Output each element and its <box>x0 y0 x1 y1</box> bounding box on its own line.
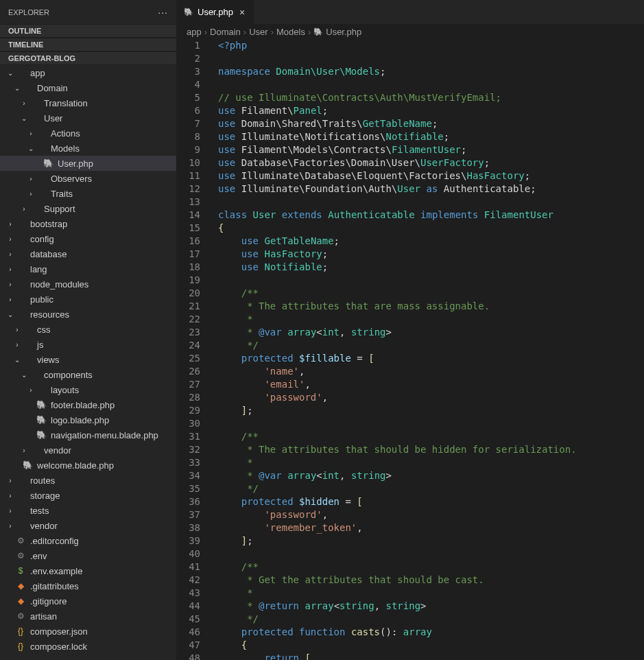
code-line[interactable]: * The attributes that should be hidden f… <box>218 443 644 456</box>
more-icon[interactable]: ··· <box>158 7 168 18</box>
code-line[interactable]: /** <box>218 430 644 443</box>
code-editor[interactable]: 1234567891011121314151617181920212223242… <box>177 39 644 660</box>
tree-item[interactable]: ›bootstrap <box>0 216 176 231</box>
tree-item[interactable]: ⌄app <box>0 65 176 80</box>
code-line[interactable]: return [ <box>218 652 644 660</box>
code-line[interactable]: 'remember_token', <box>218 521 644 534</box>
code-line[interactable]: use Filament\Panel; <box>218 104 644 117</box>
code-line[interactable] <box>218 52 644 65</box>
breadcrumb-segment[interactable]: User.php <box>326 27 361 37</box>
code-line[interactable]: use Illuminate\Database\Eloquent\Factori… <box>218 169 644 182</box>
tree-item[interactable]: 🐘welcome.blade.php <box>0 458 176 473</box>
tree-item[interactable]: {}composer.json <box>0 624 176 639</box>
code-line[interactable]: * Get the attributes that should be cast… <box>218 574 644 587</box>
tree-item[interactable]: 🐘footer.blade.php <box>0 397 176 412</box>
code-line[interactable]: * @var array<int, string> <box>218 469 644 482</box>
code-line[interactable]: * The attributes that are mass assignabl… <box>218 300 644 313</box>
tree-item[interactable]: ›public <box>0 292 176 307</box>
tree-item[interactable]: ›Traits <box>0 186 176 201</box>
tree-item[interactable]: ›routes <box>0 473 176 488</box>
code-line[interactable]: use HasFactory; <box>218 248 644 261</box>
code-line[interactable] <box>218 417 644 430</box>
breadcrumb-segment[interactable]: Models <box>276 27 305 37</box>
tree-item[interactable]: ›lang <box>0 261 176 276</box>
tree-item[interactable]: ›config <box>0 231 176 246</box>
tree-item[interactable]: ›js <box>0 337 176 352</box>
code-line[interactable]: class User extends Authenticatable imple… <box>218 209 644 222</box>
code-line[interactable]: <?php <box>218 39 644 52</box>
code-line[interactable] <box>218 547 644 561</box>
breadcrumb[interactable]: app›Domain›User›Models›🐘User.php <box>177 24 644 39</box>
code-line[interactable]: protected $hidden = [ <box>218 495 644 508</box>
code-line[interactable]: */ <box>218 482 644 495</box>
breadcrumb-segment[interactable]: app <box>187 27 202 37</box>
code-line[interactable]: */ <box>218 613 644 626</box>
code-line[interactable]: /** <box>218 287 644 300</box>
tree-item[interactable]: ⚙.env <box>0 548 176 563</box>
code-line[interactable]: namespace Domain\User\Models; <box>218 65 644 78</box>
tree-item[interactable]: ›database <box>0 246 176 261</box>
code-line[interactable]: { <box>218 639 644 652</box>
code-line[interactable]: * <box>218 456 644 469</box>
timeline-section[interactable]: TIMELINE <box>0 38 176 51</box>
code-line[interactable]: use Database\Factories\Domain\User\UserF… <box>218 156 644 169</box>
code-line[interactable]: * <box>218 313 644 326</box>
outline-section[interactable]: OUTLINE <box>0 24 176 38</box>
code-line[interactable]: use Filament\Models\Contracts\FilamentUs… <box>218 143 644 156</box>
code-line[interactable]: use Notifiable; <box>218 261 644 274</box>
tree-item[interactable]: 🐘User.php <box>0 156 176 171</box>
tree-item[interactable]: $.env.example <box>0 563 176 578</box>
code-line[interactable]: protected $fillable = [ <box>218 352 644 365</box>
tree-item[interactable]: ›css <box>0 322 176 337</box>
tree-item[interactable]: ›layouts <box>0 382 176 397</box>
code-line[interactable]: * @return array<string, string> <box>218 600 644 613</box>
tree-item[interactable]: ⌄views <box>0 352 176 367</box>
tree-item[interactable]: ◆.gitignore <box>0 593 176 609</box>
tree-item[interactable]: ⌄Domain <box>0 80 176 95</box>
project-section[interactable]: GERGOTAR-BLOG <box>0 51 176 65</box>
tree-item[interactable]: ◆.gitattributes <box>0 578 176 593</box>
tree-item[interactable]: ⌄Models <box>0 141 176 156</box>
code-line[interactable]: use GetTableName; <box>218 235 644 248</box>
tree-item[interactable]: ⌄resources <box>0 307 176 322</box>
tree-item[interactable]: ›vendor <box>0 518 176 533</box>
code-line[interactable]: 'password', <box>218 391 644 404</box>
code-line[interactable]: * <box>218 587 644 600</box>
code-line[interactable]: /** <box>218 561 644 574</box>
code-line[interactable]: { <box>218 222 644 235</box>
breadcrumb-segment[interactable]: User <box>249 27 267 37</box>
tree-item[interactable]: ›tests <box>0 503 176 518</box>
code-line[interactable]: ]; <box>218 404 644 417</box>
tree-item[interactable]: ⌄components <box>0 367 176 382</box>
code-line[interactable]: 'email', <box>218 378 644 391</box>
code-line[interactable]: use Domain\Shared\Traits\GetTableName; <box>218 117 644 130</box>
tree-item[interactable]: 🐘navigation-menu.blade.php <box>0 427 176 443</box>
code-line[interactable] <box>218 78 644 91</box>
tab-user-php[interactable]: 🐘 User.php × <box>177 0 254 24</box>
tree-item[interactable]: ›storage <box>0 488 176 503</box>
tree-item[interactable]: ›vendor <box>0 443 176 458</box>
close-icon[interactable]: × <box>237 7 247 18</box>
code-line[interactable]: 'password', <box>218 508 644 521</box>
tree-item[interactable]: ›Translation <box>0 95 176 110</box>
tree-item[interactable]: ⚙.editorconfig <box>0 533 176 548</box>
code-line[interactable]: ]; <box>218 534 644 547</box>
tree-item[interactable]: 🐘logo.blade.php <box>0 412 176 427</box>
code-content[interactable]: <?php namespace Domain\User\Models; // u… <box>211 39 644 660</box>
tree-item[interactable]: ›Observers <box>0 171 176 186</box>
code-line[interactable]: protected function casts(): array <box>218 626 644 639</box>
code-line[interactable]: */ <box>218 339 644 352</box>
tree-item[interactable]: ›node_modules <box>0 276 176 292</box>
tree-item[interactable]: ›Actions <box>0 126 176 141</box>
tree-item[interactable]: ›Support <box>0 201 176 216</box>
code-line[interactable] <box>218 196 644 209</box>
breadcrumb-segment[interactable]: Domain <box>210 27 241 37</box>
code-line[interactable]: use Illuminate\Foundation\Auth\User as A… <box>218 182 644 196</box>
tree-item[interactable]: {}composer.lock <box>0 639 176 654</box>
code-line[interactable]: 'name', <box>218 365 644 378</box>
code-line[interactable]: use Illuminate\Notifications\Notifiable; <box>218 130 644 143</box>
code-line[interactable] <box>218 274 644 287</box>
code-line[interactable]: // use Illuminate\Contracts\Auth\MustVer… <box>218 91 644 104</box>
tree-item[interactable]: ⌄User <box>0 110 176 126</box>
code-line[interactable]: * @var array<int, string> <box>218 326 644 339</box>
